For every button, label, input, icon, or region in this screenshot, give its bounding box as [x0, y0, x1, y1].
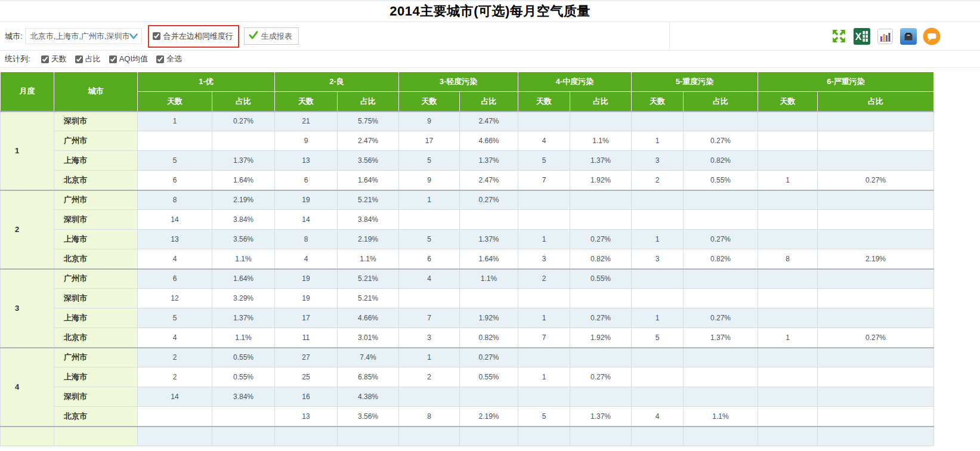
fullscreen-icon[interactable] — [830, 27, 848, 45]
stat-columns-row: 统计列: 天数 占比 AQI均值 全选 — [0, 51, 980, 68]
table-cell: 1.64% — [212, 269, 275, 289]
table-cell: 9 — [399, 171, 460, 190]
excel-export-icon[interactable]: X — [853, 27, 871, 45]
city-cell: 深圳市 — [54, 289, 138, 308]
table-cell: 5.21% — [338, 289, 399, 308]
stat-option-aqi-mean[interactable]: AQI均值 — [109, 54, 148, 64]
select-all-checkbox[interactable] — [156, 55, 164, 63]
table-cell: 3.29% — [212, 289, 275, 308]
table-cell — [818, 230, 934, 249]
merge-checkbox[interactable] — [153, 32, 160, 40]
comment-icon[interactable] — [923, 27, 941, 45]
table-cell: 2 — [632, 171, 684, 190]
ratio-checkbox[interactable] — [75, 55, 83, 63]
table-cell — [758, 367, 818, 387]
table-cell: 2 — [518, 269, 570, 289]
header-group-light: 3-轻度污染 — [399, 72, 518, 92]
table-cell: 0.27% — [684, 230, 758, 249]
table-cell — [138, 427, 212, 446]
table-cell: 0.55% — [684, 171, 758, 190]
generate-report-button[interactable]: 生成报表 — [244, 27, 299, 45]
table-cell — [138, 407, 212, 427]
table-cell — [570, 348, 632, 367]
table-row: 广州市92.47%174.66%41.1%10.27% — [1, 131, 934, 151]
table-cell: 13 — [275, 151, 338, 171]
table-cell: 5 — [632, 328, 684, 348]
table-cell: 0.82% — [684, 249, 758, 269]
table-cell: 3 — [399, 328, 460, 348]
table-cell: 8 — [275, 230, 338, 249]
table-cell: 25 — [275, 367, 338, 387]
table-cell: 6 — [138, 269, 212, 289]
aqi-mean-checkbox[interactable] — [109, 55, 117, 63]
table-cell: 13 — [138, 230, 212, 249]
table-cell: 5 — [399, 230, 460, 249]
table-cell: 3 — [632, 151, 684, 171]
table-row: 北京市41.1%41.1%61.64%30.82%30.82%82.19% — [1, 249, 934, 269]
header-group-excellent: 1-优 — [138, 72, 275, 92]
table-cell: 7 — [518, 171, 570, 190]
subheader-days: 天数 — [399, 92, 460, 112]
table-row: 深圳市143.84%143.84% — [1, 210, 934, 230]
table-cell: 0.27% — [460, 348, 518, 367]
header-group-good: 2-良 — [275, 72, 399, 92]
table-cell — [518, 112, 570, 131]
bar-chart-icon[interactable] — [876, 27, 894, 45]
subheader-days: 天数 — [632, 92, 684, 112]
table-cell: 4 — [399, 269, 460, 289]
stat-option-days[interactable]: 天数 — [41, 54, 67, 64]
app-box-icon[interactable] — [899, 27, 917, 45]
header-city: 城市 — [54, 72, 138, 112]
subheader-days: 天数 — [275, 92, 338, 112]
subheader-ratio: 占比 — [570, 92, 632, 112]
table-cell: 0.55% — [212, 367, 275, 387]
table-cell — [212, 407, 275, 427]
merge-annotation-box: 合并左边相同维度行 — [148, 25, 239, 48]
table-cell: 2.47% — [460, 171, 518, 190]
table-cell: 3.56% — [338, 407, 399, 427]
table-body: 1深圳市10.27%215.75%92.47%广州市92.47%174.66%4… — [1, 112, 934, 446]
table-row: 4广州市20.55%277.4%10.27% — [1, 348, 934, 367]
table-cell — [632, 269, 684, 289]
table-cell: 0.55% — [212, 348, 275, 367]
table-row: 1深圳市10.27%215.75%92.47% — [1, 112, 934, 131]
city-cell: 广州市 — [54, 269, 138, 289]
table-cell — [818, 367, 934, 387]
table-cell — [758, 230, 818, 249]
table-cell — [758, 131, 818, 151]
merge-checkbox-label[interactable]: 合并左边相同维度行 — [163, 31, 233, 42]
toolbar-icons: X — [830, 27, 941, 45]
table-cell: 5 — [518, 151, 570, 171]
city-select[interactable]: 北京市,上海市,广州市,深圳市 — [25, 28, 142, 44]
check-icon — [249, 31, 258, 41]
table-cell: 17 — [275, 308, 338, 328]
table-cell — [818, 112, 934, 131]
table-cell — [758, 427, 818, 446]
table-cell — [684, 427, 758, 446]
city-cell — [54, 427, 138, 446]
subheader-ratio: 占比 — [460, 92, 518, 112]
table-cell: 2.47% — [338, 131, 399, 151]
chevron-down-icon[interactable] — [129, 31, 138, 42]
table-cell: 5.21% — [338, 190, 399, 210]
air-quality-table-wrap: 月度 城市 1-优 2-良 3-轻度污染 4-中度污染 5-重度污染 6-严重污… — [0, 72, 980, 450]
table-cell: 1.1% — [212, 249, 275, 269]
table-cell — [818, 269, 934, 289]
table-cell: 5 — [518, 407, 570, 427]
table-cell: 1 — [758, 328, 818, 348]
table-cell: 6 — [399, 249, 460, 269]
table-cell — [758, 210, 818, 230]
table-cell — [632, 112, 684, 131]
table-cell: 4 — [138, 328, 212, 348]
table-cell — [684, 112, 758, 131]
table-cell: 1.37% — [570, 407, 632, 427]
table-row: 深圳市143.84%164.38% — [1, 387, 934, 407]
table-cell — [518, 190, 570, 210]
city-cell: 上海市 — [54, 151, 138, 171]
month-cell: 3 — [1, 269, 54, 348]
stat-option-ratio[interactable]: 占比 — [75, 54, 101, 64]
stat-option-select-all[interactable]: 全选 — [156, 54, 182, 64]
days-checkbox[interactable] — [41, 55, 49, 63]
table-cell: 1 — [632, 131, 684, 151]
table-cell: 0.82% — [570, 249, 632, 269]
